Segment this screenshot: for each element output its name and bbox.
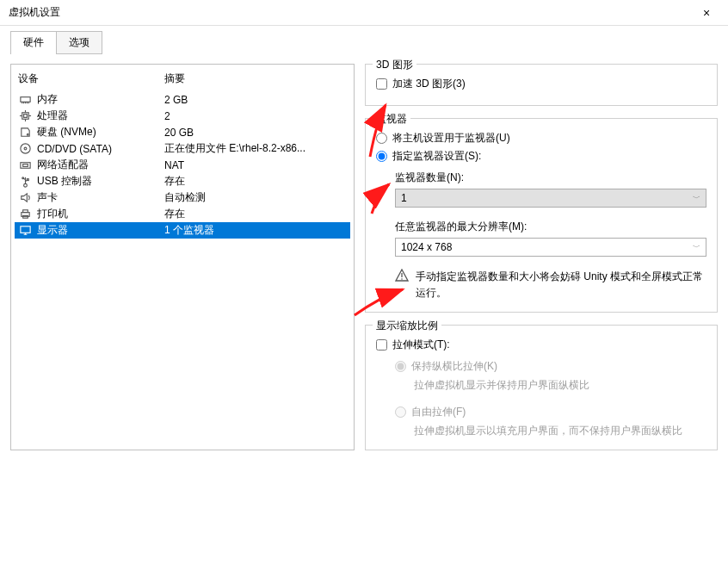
group-display-scale: 显示缩放比例 拉伸模式(T): 保持纵横比拉伸(K) 拉伸虚拟机显示并保持用户界… — [365, 325, 718, 450]
use-host-label: 将主机设置用于监视器(U) — [392, 131, 510, 146]
device-name: 显示器 — [37, 223, 68, 238]
table-row[interactable]: 网络适配器NAT — [15, 157, 350, 173]
display-icon — [18, 224, 32, 238]
cd-icon — [18, 142, 32, 156]
monitor-count-value: 1 — [401, 192, 407, 204]
radio-use-host[interactable]: 将主机设置用于监视器(U) — [376, 131, 706, 146]
device-name: 网络适配器 — [37, 158, 89, 172]
close-icon[interactable]: × — [694, 6, 719, 20]
maxres-value: 1024 x 768 — [401, 241, 452, 253]
accel-3d-label: 加速 3D 图形(3) — [392, 77, 466, 91]
warning-icon — [395, 269, 409, 301]
table-row[interactable]: CD/DVD (SATA)正在使用文件 E:\rhel-8.2-x86... — [15, 140, 350, 157]
svg-point-17 — [23, 183, 27, 187]
free-stretch-label: 自由拉伸(F) — [411, 405, 466, 419]
device-summary: 20 GB — [164, 127, 347, 139]
disk-icon — [18, 126, 32, 140]
device-summary: 2 — [164, 110, 347, 122]
device-summary: 1 个监视器 — [164, 223, 347, 238]
cpu-icon — [18, 109, 32, 123]
accel-3d-checkbox[interactable] — [376, 78, 387, 90]
table-row[interactable]: 显示器1 个监视器 — [15, 222, 350, 239]
memory-icon — [18, 93, 32, 107]
svg-rect-6 — [22, 113, 28, 120]
device-summary: NAT — [164, 159, 347, 171]
group-title-monitors: 监视器 — [373, 112, 410, 127]
device-name: 内存 — [37, 92, 58, 107]
table-row[interactable]: 内存2 GB — [15, 91, 350, 108]
group-monitors: 监视器 将主机设置用于监视器(U) 指定监视器设置(S): 监视器数量(N): … — [365, 118, 718, 313]
device-name: 处理器 — [37, 109, 68, 123]
stretch-mode-checkbox[interactable] — [376, 339, 387, 351]
keep-ratio-label: 保持纵横比拉伸(K) — [411, 359, 497, 374]
header-device: 设备 — [18, 71, 164, 86]
svg-point-28 — [401, 278, 403, 280]
table-row[interactable]: 硬盘 (NVMe)20 GB — [15, 124, 350, 140]
specify-radio[interactable] — [376, 151, 387, 162]
svg-rect-15 — [20, 163, 29, 169]
group-title-3d: 3D 图形 — [373, 58, 416, 72]
maxres-label: 任意监视器的最大分辨率(M): — [395, 220, 706, 234]
table-header: 设备 摘要 — [15, 70, 350, 91]
stretch-mode-label: 拉伸模式(T): — [392, 338, 450, 352]
group-title-scale: 显示缩放比例 — [373, 319, 441, 333]
sound-icon — [18, 191, 32, 205]
device-name: CD/DVD (SATA) — [37, 143, 112, 155]
monitor-count-label: 监视器数量(N): — [395, 171, 706, 185]
checkbox-stretch-mode[interactable]: 拉伸模式(T): — [376, 338, 706, 352]
svg-point-14 — [24, 147, 27, 150]
chevron-down-icon: ﹀ — [693, 193, 700, 204]
svg-rect-7 — [23, 115, 27, 118]
radio-specify[interactable]: 指定监视器设置(S): — [376, 149, 706, 164]
checkbox-accel-3d[interactable]: 加速 3D 图形(3) — [376, 77, 706, 91]
free-stretch-radio — [395, 406, 406, 418]
radio-free-stretch: 自由拉伸(F) — [395, 405, 706, 419]
device-summary: 存在 — [164, 207, 347, 221]
svg-point-19 — [22, 177, 23, 179]
free-stretch-desc: 拉伸虚拟机显示以填充用户界面，而不保持用户界面纵横比 — [414, 423, 706, 439]
device-name: 打印机 — [37, 207, 68, 221]
net-icon — [18, 158, 32, 172]
device-summary: 自动检测 — [164, 190, 347, 205]
header-summary: 摘要 — [164, 71, 347, 86]
device-summary: 2 GB — [164, 94, 347, 106]
maxres-select[interactable]: 1024 x 768 ﹀ — [395, 238, 706, 257]
printer-icon — [18, 208, 32, 221]
svg-rect-0 — [20, 97, 29, 102]
monitor-warning-text: 手动指定监视器数量和大小将会妨碍 Unity 模式和全屏模式正常运行。 — [416, 269, 706, 301]
monitor-count-select[interactable]: 1 ﹀ — [395, 189, 706, 208]
device-name: 硬盘 (NVMe) — [37, 125, 96, 140]
svg-rect-16 — [22, 164, 28, 167]
table-row[interactable]: 处理器2 — [15, 108, 350, 124]
tab-options[interactable]: 选项 — [56, 31, 102, 54]
svg-rect-24 — [20, 226, 29, 233]
window-title: 虚拟机设置 — [9, 5, 60, 20]
keep-ratio-radio — [395, 361, 406, 372]
table-row[interactable]: 打印机存在 — [15, 206, 350, 222]
device-name: 声卡 — [37, 190, 58, 205]
specify-label: 指定监视器设置(S): — [392, 149, 481, 164]
device-summary: 存在 — [164, 174, 347, 189]
svg-point-13 — [20, 144, 29, 153]
chevron-down-icon: ﹀ — [693, 242, 700, 253]
device-summary: 正在使用文件 E:\rhel-8.2-x86... — [164, 141, 347, 156]
svg-rect-22 — [22, 210, 28, 213]
device-name: USB 控制器 — [37, 174, 92, 189]
svg-point-12 — [27, 133, 28, 135]
table-row[interactable]: USB 控制器存在 — [15, 173, 350, 189]
group-3d-graphics: 3D 图形 加速 3D 图形(3) — [365, 64, 718, 106]
use-host-radio[interactable] — [376, 133, 387, 144]
table-row[interactable]: 声卡自动检测 — [15, 189, 350, 206]
device-table: 设备 摘要 内存2 GB处理器2硬盘 (NVMe)20 GBCD/DVD (SA… — [10, 64, 355, 450]
radio-keep-ratio: 保持纵横比拉伸(K) — [395, 359, 706, 374]
tab-hardware[interactable]: 硬件 — [10, 31, 57, 54]
keep-ratio-desc: 拉伸虚拟机显示并保持用户界面纵横比 — [414, 377, 706, 394]
usb-icon — [18, 175, 32, 189]
